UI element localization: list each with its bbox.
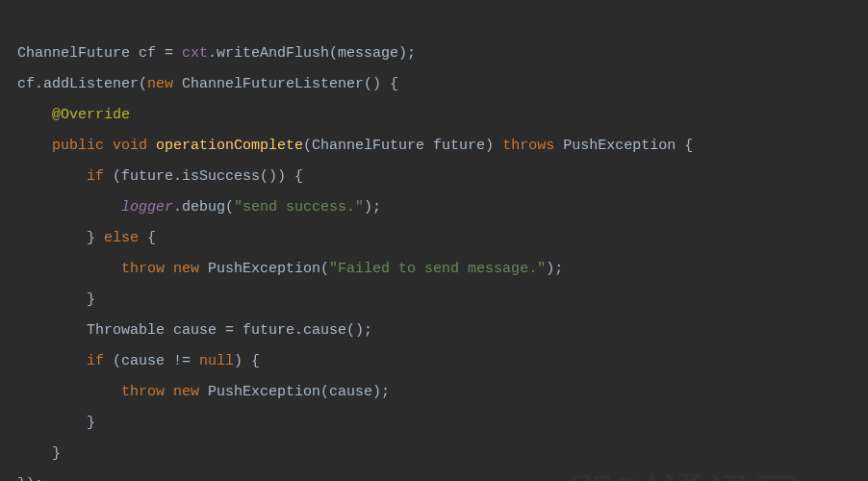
- line-4: public void operationComplete(ChannelFut…: [17, 138, 693, 154]
- keyword: new: [147, 76, 182, 92]
- line-7: } else {: [17, 230, 156, 246]
- keyword: public: [52, 138, 113, 154]
- string: "send success.": [234, 199, 364, 215]
- text: .debug(: [173, 199, 234, 215]
- text: });: [17, 476, 43, 481]
- line-11: if (cause != null) {: [17, 353, 260, 369]
- keyword: if: [87, 353, 113, 369]
- text: }: [87, 230, 104, 246]
- keyword: void: [113, 138, 156, 154]
- line-13: }: [17, 415, 95, 431]
- line-6: logger.debug("send success.");: [17, 199, 381, 215]
- line-8: throw new PushException("Failed to send …: [17, 261, 563, 277]
- text: (ChannelFuture future): [303, 138, 502, 154]
- keyword: throw: [121, 384, 173, 400]
- text: ChannelFutureListener() {: [182, 76, 398, 92]
- text: ) {: [234, 353, 260, 369]
- line-14: }: [17, 445, 61, 462]
- line-12: throw new PushException(cause);: [17, 384, 390, 400]
- line-5: if (future.isSuccess()) {: [17, 168, 303, 185]
- line-3: @Override: [17, 107, 130, 123]
- keyword: null: [199, 353, 234, 369]
- keyword: throws: [502, 138, 563, 154]
- text: PushException {: [563, 138, 693, 154]
- text: {: [147, 230, 156, 246]
- field: logger: [121, 199, 173, 215]
- line-9: }: [17, 291, 95, 308]
- line-10: Throwable cause = future.cause();: [17, 322, 372, 339]
- annotation: @Override: [52, 107, 130, 123]
- text: }: [87, 291, 95, 308]
- text: );: [364, 199, 381, 215]
- method-name: operationComplete: [156, 138, 303, 154]
- text: PushException(: [208, 261, 329, 277]
- keyword: new: [173, 261, 208, 277]
- line-1: ChannelFuture cf = cxt.writeAndFlush(mes…: [17, 45, 416, 62]
- text: (future.isSuccess()) {: [113, 168, 303, 185]
- string: "Failed to send message.": [329, 261, 546, 277]
- keyword: else: [104, 230, 147, 246]
- text: }: [87, 415, 95, 431]
- line-2: cf.addListener(new ChannelFutureListener…: [17, 76, 398, 92]
- text: }: [52, 445, 61, 462]
- text: (cause !=: [113, 353, 199, 369]
- text: cf.addListener(: [17, 76, 147, 92]
- text: ChannelFuture cf =: [17, 45, 182, 62]
- text: .writeAndFlush(message);: [208, 45, 416, 62]
- keyword: new: [173, 384, 208, 400]
- keyword: throw: [121, 261, 173, 277]
- line-15: });: [17, 476, 43, 481]
- code-block: ChannelFuture cf = cxt.writeAndFlush(mes…: [0, 0, 868, 481]
- keyword: if: [87, 168, 113, 185]
- text: PushException(cause);: [208, 384, 390, 400]
- text: );: [546, 261, 563, 277]
- text: Throwable cause = future.cause();: [87, 322, 372, 339]
- variable: cxt: [182, 45, 208, 62]
